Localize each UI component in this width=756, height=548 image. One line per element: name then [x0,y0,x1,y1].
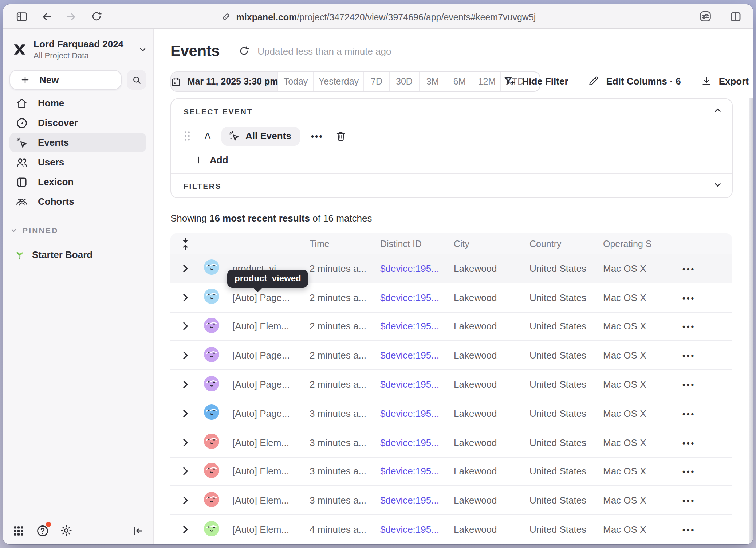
edit-columns-button[interactable]: Edit Columns · 6 [588,75,681,87]
row-more-button[interactable]: ••• [682,352,695,360]
page-settings-icon[interactable] [696,8,714,25]
event-country: United States [529,408,603,419]
drag-handle-icon[interactable] [184,130,191,141]
settings-gear-icon[interactable] [58,522,74,539]
table-row[interactable]: [Auto] Elem... 2 minutes a... $device:19… [170,312,732,341]
sidebar-item-cohorts[interactable]: Cohorts [9,192,146,211]
row-more-button[interactable]: ••• [682,380,695,389]
collapse-all-icon[interactable] [181,238,189,250]
chevron-up-icon[interactable] [713,106,722,115]
mixpanel-logo-icon [12,42,28,58]
scrollbar-track[interactable] [749,98,753,544]
back-icon[interactable] [38,8,55,25]
refresh-icon[interactable] [238,45,249,57]
distinct-id-link[interactable]: $device:195... [380,437,454,448]
expand-row-icon[interactable] [182,351,188,360]
distinct-id-link[interactable]: $device:195... [380,495,454,506]
add-event-button[interactable]: Add [194,152,228,168]
forward-icon[interactable] [63,8,80,25]
table-row[interactable]: [Auto] Page... 3 minutes a... $device:19… [170,399,732,428]
hide-filter-button[interactable]: Hide Filter [503,75,568,87]
event-name: [Auto] Elem... [226,437,310,448]
chevron-down-icon [10,227,17,234]
distinct-id-link[interactable]: $device:195... [380,263,454,274]
range-yesterday[interactable]: Yesterday [314,72,364,91]
distinct-id-link[interactable]: $device:195... [380,350,454,361]
table-row[interactable]: [Auto] Elem... 3 minutes a... $device:19… [170,486,732,516]
select-event-section: SELECT EVENT [171,99,732,173]
range-3m[interactable]: 3M [420,72,446,91]
range-today[interactable]: Today [278,72,314,91]
search-button[interactable] [127,70,146,90]
date-picker-button[interactable]: Mar 11, 2025 3:30 pm [171,72,278,91]
expand-row-icon[interactable] [182,525,188,534]
event-avatar [204,434,219,449]
expand-row-icon[interactable] [182,496,188,505]
event-name: [Auto] Page... [226,379,310,390]
event-city: Lakewood [454,524,529,535]
column-header-city[interactable]: City [454,239,529,249]
range-30d[interactable]: 30D [390,72,420,91]
event-more-button[interactable]: ••• [311,131,323,141]
event-name: [Auto] Page... [226,292,310,303]
sidebar-item-home[interactable]: Home [9,93,146,113]
distinct-id-link[interactable]: $device:195... [380,379,454,390]
expand-row-icon[interactable] [182,467,188,476]
row-more-button[interactable]: ••• [682,525,695,534]
reload-icon[interactable] [87,8,105,25]
sidebar-toggle-icon[interactable] [13,8,31,25]
apps-grid-icon[interactable] [10,522,26,539]
row-more-button[interactable]: ••• [682,497,695,505]
table-row[interactable]: [Auto] Elem... 3 minutes a... $device:19… [170,457,732,486]
row-more-button[interactable]: ••• [682,438,695,447]
column-header-os[interactable]: Operating S [603,239,677,249]
range-6m[interactable]: 6M [446,72,473,91]
trash-icon[interactable] [335,130,347,142]
range-12m[interactable]: 12M [473,72,501,91]
notification-dot [46,522,51,527]
table-row[interactable]: [Auto] Elem... 3 minutes a... $device:19… [170,428,732,458]
expand-row-icon[interactable] [182,409,188,418]
expand-row-icon[interactable] [182,264,188,273]
event-os: Mac OS X [603,524,677,535]
export-button[interactable]: Export [701,75,749,87]
event-country: United States [529,495,603,506]
sidebar-item-lexicon[interactable]: Lexicon [9,172,146,192]
sidebar-item-users[interactable]: Users [9,152,146,172]
sidebar-item-starter-board[interactable]: Starter Board [9,245,146,265]
table-row[interactable]: [Auto] Page... 2 minutes a... $device:19… [170,370,732,399]
table-row[interactable]: [Auto] Page... 2 minutes a... $device:19… [170,341,732,371]
row-more-button[interactable]: ••• [682,410,695,418]
row-more-button[interactable]: ••• [682,265,695,273]
pinned-section-toggle[interactable]: PINNED [10,226,59,235]
distinct-id-link[interactable]: $device:195... [380,466,454,477]
column-header-time[interactable]: Time [310,239,380,249]
distinct-id-link[interactable]: $device:195... [380,321,454,332]
column-header-distinct-id[interactable]: Distinct ID [380,239,454,249]
sidebar-item-events[interactable]: Events [9,133,146,152]
event-country: United States [529,292,603,303]
event-time: 3 minutes a... [310,408,380,419]
row-more-button[interactable]: ••• [682,322,695,331]
distinct-id-link[interactable]: $device:195... [380,408,454,419]
distinct-id-link[interactable]: $device:195... [380,524,454,535]
collapse-sidebar-icon[interactable] [132,524,144,537]
event-selector[interactable]: All Events [221,126,300,145]
sidebar-item-discover[interactable]: Discover [9,113,146,133]
workspace-switcher[interactable]: Lord Farquaad 2024 All Project Data [12,39,147,60]
expand-row-icon[interactable] [182,293,188,302]
column-header-country[interactable]: Country [529,239,603,249]
range-7d[interactable]: 7D [364,72,390,91]
address-bar[interactable]: mixpanel.com/project/3472420/view/397469… [220,4,536,28]
row-more-button[interactable]: ••• [682,467,695,476]
expand-row-icon[interactable] [182,380,188,389]
split-view-icon[interactable] [727,8,744,25]
help-icon[interactable] [34,522,50,539]
row-more-button[interactable]: ••• [682,293,695,302]
expand-row-icon[interactable] [182,322,188,331]
new-button[interactable]: New [9,70,122,90]
table-row[interactable]: [Auto] Elem... 4 minutes a... $device:19… [170,515,732,544]
chevron-down-icon[interactable] [713,180,722,189]
expand-row-icon[interactable] [182,438,188,447]
distinct-id-link[interactable]: $device:195... [380,292,454,303]
